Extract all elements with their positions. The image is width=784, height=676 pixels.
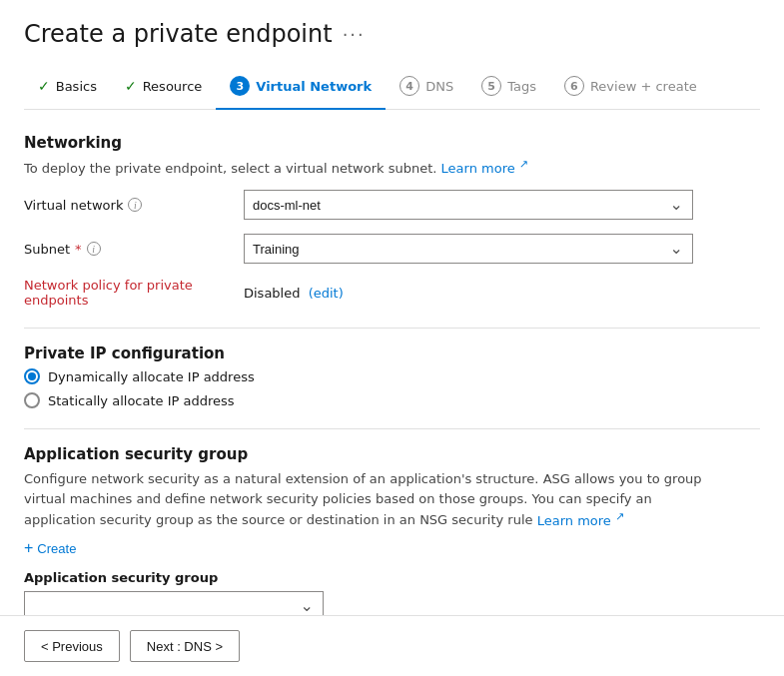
step-resource-label: Resource — [143, 79, 203, 94]
next-button[interactable]: Next : DNS > — [130, 630, 240, 662]
page-title-ellipsis: ··· — [343, 24, 366, 45]
create-asg-button[interactable]: + Create — [24, 540, 76, 556]
networking-subtitle: To deploy the private endpoint, select a… — [24, 158, 760, 176]
step-tags-label: Tags — [507, 79, 536, 94]
network-policy-label: Network policy for private endpoints — [24, 278, 244, 308]
network-policy-edit-link[interactable]: (edit) — [309, 286, 344, 301]
radio-dynamic[interactable]: Dynamically allocate IP address — [24, 368, 760, 384]
ip-config-title: Private IP configuration — [24, 344, 760, 362]
checkmark-icon: ✓ — [125, 78, 137, 94]
subnet-select-wrapper: Training — [244, 234, 693, 264]
step-tags[interactable]: 5 Tags — [467, 68, 550, 110]
previous-button[interactable]: < Previous — [24, 630, 120, 662]
radio-dynamic-label: Dynamically allocate IP address — [48, 369, 255, 384]
step-number-circle: 5 — [481, 76, 501, 96]
step-resource[interactable]: ✓ Resource — [111, 70, 216, 108]
radio-dynamic-button[interactable] — [24, 368, 40, 384]
asg-dropdown-label: Application security group — [24, 570, 760, 585]
subnet-select[interactable]: Training — [244, 234, 693, 264]
learn-more-link[interactable]: Learn more ↗ — [441, 161, 529, 176]
ip-config-section: Private IP configuration Dynamically all… — [24, 344, 760, 408]
step-number-circle: 6 — [564, 76, 584, 96]
step-review-label: Review + create — [590, 79, 697, 94]
external-link-icon: ↗ — [615, 509, 624, 522]
asg-title: Application security group — [24, 445, 760, 463]
wizard-steps: ✓ Basics ✓ Resource 3 Virtual Network 4 … — [24, 68, 760, 110]
info-icon[interactable]: i — [87, 242, 101, 256]
required-marker: * — [75, 242, 82, 257]
networking-title: Networking — [24, 134, 760, 152]
footer: < Previous Next : DNS > — [0, 615, 784, 676]
radio-static-label: Statically allocate IP address — [48, 393, 235, 408]
step-virtual-network-label: Virtual Network — [256, 79, 372, 94]
networking-section: Networking To deploy the private endpoin… — [24, 134, 760, 308]
section-divider-2 — [24, 428, 760, 429]
subnet-row: Subnet * i Training — [24, 234, 760, 264]
subnet-label: Subnet — [24, 242, 70, 257]
radio-static-button[interactable] — [24, 392, 40, 408]
virtual-network-select-wrapper: docs-ml-net — [244, 190, 693, 220]
step-dns[interactable]: 4 DNS — [386, 68, 467, 110]
step-dns-label: DNS — [425, 79, 453, 94]
page-title: Create a private endpoint — [24, 20, 333, 48]
virtual-network-select[interactable]: docs-ml-net — [244, 190, 693, 220]
step-basics[interactable]: ✓ Basics — [24, 70, 111, 108]
asg-learn-more-link[interactable]: Learn more ↗ — [537, 513, 625, 528]
radio-static[interactable]: Statically allocate IP address — [24, 392, 760, 408]
step-number-circle: 4 — [399, 76, 419, 96]
step-number-circle: 3 — [230, 76, 250, 96]
asg-description: Configure network security as a natural … — [24, 469, 703, 530]
checkmark-icon: ✓ — [38, 78, 50, 94]
network-policy-row: Network policy for private endpoints Dis… — [24, 278, 760, 308]
section-divider — [24, 328, 760, 329]
info-icon[interactable]: i — [128, 198, 142, 212]
step-virtual-network[interactable]: 3 Virtual Network — [216, 68, 386, 110]
step-basics-label: Basics — [56, 79, 97, 94]
asg-section: Application security group Configure net… — [24, 445, 760, 621]
virtual-network-label: Virtual network — [24, 198, 123, 213]
network-policy-value: Disabled — [244, 286, 300, 301]
plus-icon: + — [24, 540, 33, 556]
external-link-icon: ↗ — [519, 158, 528, 171]
step-review[interactable]: 6 Review + create — [550, 68, 711, 110]
virtual-network-row: Virtual network i docs-ml-net — [24, 190, 760, 220]
